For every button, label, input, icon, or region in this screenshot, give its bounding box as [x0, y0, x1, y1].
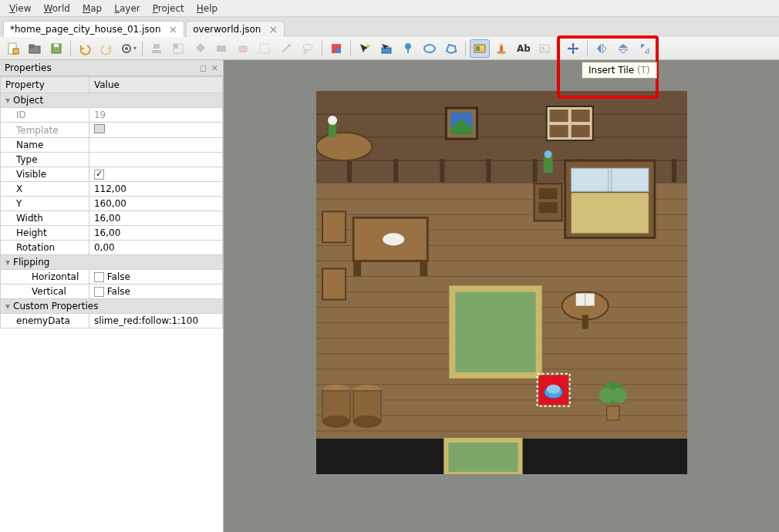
- svg-rect-43: [671, 159, 676, 182]
- toolbar-separator: [70, 41, 71, 56]
- svg-rect-20: [382, 48, 391, 53]
- prop-horizontal-value[interactable]: False: [89, 270, 222, 285]
- template-icon: [494, 42, 508, 56]
- menu-map[interactable]: Map: [76, 2, 108, 15]
- tab-home-page-city-house[interactable]: *home_page_city_house_01.json ×: [3, 21, 184, 37]
- save-file-button[interactable]: [46, 39, 66, 58]
- tooltip-shortcut: (T): [637, 65, 650, 76]
- map-canvas-area[interactable]: [224, 60, 779, 532]
- svg-rect-70: [571, 125, 589, 137]
- prop-height-label: Height: [1, 226, 89, 241]
- select-object-button[interactable]: [355, 39, 375, 58]
- lasso-button[interactable]: [298, 39, 318, 58]
- prop-template-label: Template: [1, 123, 89, 138]
- color-button[interactable]: [326, 39, 346, 58]
- redo-button[interactable]: [96, 39, 116, 58]
- prop-y-value[interactable]: 160,00: [89, 197, 222, 211]
- save-file-icon: [49, 42, 63, 56]
- insert-text-button[interactable]: Abc: [513, 39, 533, 58]
- prop-id-label: ID: [1, 108, 89, 123]
- flip-h-button[interactable]: [592, 39, 612, 58]
- toolbar-separator: [558, 41, 559, 56]
- edit-object-button[interactable]: [376, 39, 396, 58]
- new-file-button[interactable]: [3, 39, 23, 58]
- col-value: Value: [89, 77, 222, 93]
- command-button[interactable]: ▾: [118, 39, 138, 58]
- insert-tile-button[interactable]: [470, 39, 490, 58]
- svg-point-71: [316, 133, 372, 160]
- type-input[interactable]: [94, 154, 218, 165]
- insert-ellipse-button[interactable]: [420, 39, 440, 58]
- move-button[interactable]: [563, 39, 583, 58]
- prop-name-value[interactable]: [89, 138, 222, 153]
- undock-icon[interactable]: ◻: [200, 63, 207, 73]
- prop-visible-value[interactable]: [89, 167, 222, 182]
- menu-project[interactable]: Project: [147, 2, 191, 15]
- prop-vertical-value[interactable]: False: [89, 285, 222, 299]
- svg-rect-84: [571, 193, 648, 233]
- menu-world[interactable]: World: [37, 2, 76, 15]
- svg-rect-74: [322, 211, 346, 242]
- vertical-checkbox[interactable]: [94, 287, 104, 297]
- svg-rect-11: [174, 44, 178, 49]
- insert-polygon-button[interactable]: [441, 39, 461, 58]
- close-panel-icon[interactable]: ✕: [211, 63, 218, 73]
- eraser-button[interactable]: [233, 39, 253, 58]
- insert-point-button[interactable]: [398, 39, 418, 58]
- shape-fill-button[interactable]: [211, 39, 231, 58]
- horizontal-checkbox[interactable]: [94, 272, 104, 282]
- section-custom[interactable]: ▾Custom Properties: [1, 299, 223, 314]
- point-icon: [401, 42, 415, 56]
- col-property: Property: [1, 77, 89, 93]
- flip-v-button[interactable]: [613, 39, 633, 58]
- section-flipping[interactable]: ▾Flipping: [1, 255, 223, 270]
- text-icon: Abc: [516, 42, 530, 56]
- svg-rect-14: [260, 44, 269, 53]
- visible-checkbox[interactable]: [94, 170, 104, 180]
- flip-v-icon: [616, 42, 630, 56]
- svg-rect-62: [446, 440, 520, 474]
- gear-icon: [120, 42, 133, 56]
- undo-button[interactable]: [75, 39, 95, 58]
- prop-horizontal-label: Horizontal: [1, 270, 89, 285]
- select-rect-button[interactable]: [255, 39, 275, 58]
- menu-view[interactable]: View: [3, 2, 37, 15]
- svg-point-21: [405, 43, 411, 49]
- stamp-button[interactable]: [147, 39, 167, 58]
- insert-template-button[interactable]: [491, 39, 511, 58]
- tab-overworld[interactable]: overworld.json ×: [186, 21, 285, 37]
- close-icon[interactable]: ×: [169, 25, 178, 34]
- rotate-icon: [638, 42, 652, 56]
- svg-text:Abc: Abc: [517, 43, 530, 54]
- svg-point-107: [546, 385, 560, 394]
- insert-image-button[interactable]: [535, 39, 555, 58]
- fill-button[interactable]: [190, 39, 210, 58]
- prop-height-value[interactable]: 16,00: [89, 226, 222, 241]
- prop-x-value[interactable]: 112,00: [89, 182, 222, 197]
- wand-button[interactable]: [276, 39, 296, 58]
- open-file-button[interactable]: [25, 39, 45, 58]
- svg-point-99: [353, 416, 381, 428]
- prop-rotation-value[interactable]: 0,00: [89, 241, 222, 255]
- terrain-button[interactable]: [168, 39, 188, 58]
- tab-label: *home_page_city_house_01.json: [10, 24, 161, 35]
- map-view[interactable]: [316, 91, 687, 474]
- svg-rect-87: [538, 202, 557, 213]
- svg-rect-103: [606, 406, 619, 420]
- prop-id-value: 19: [89, 108, 222, 123]
- close-icon[interactable]: ×: [268, 25, 278, 34]
- svg-rect-83: [611, 168, 648, 191]
- insert-tile-icon: [473, 42, 487, 56]
- svg-rect-24: [476, 46, 480, 51]
- prop-type-value[interactable]: [89, 153, 222, 167]
- prop-template-value[interactable]: [89, 123, 222, 138]
- properties-panel: Properties ◻ ✕ PropertyValue ▾Object ID1…: [0, 60, 224, 532]
- menu-layer[interactable]: Layer: [108, 2, 146, 15]
- rotate-button[interactable]: [635, 39, 655, 58]
- section-object[interactable]: ▾Object: [1, 93, 223, 108]
- svg-rect-12: [217, 45, 226, 52]
- prop-width-value[interactable]: 16,00: [89, 211, 222, 226]
- prop-enemydata-value[interactable]: slime_red:follow:1:100: [89, 314, 222, 328]
- name-input[interactable]: [94, 140, 218, 150]
- menu-help[interactable]: Help: [191, 2, 224, 15]
